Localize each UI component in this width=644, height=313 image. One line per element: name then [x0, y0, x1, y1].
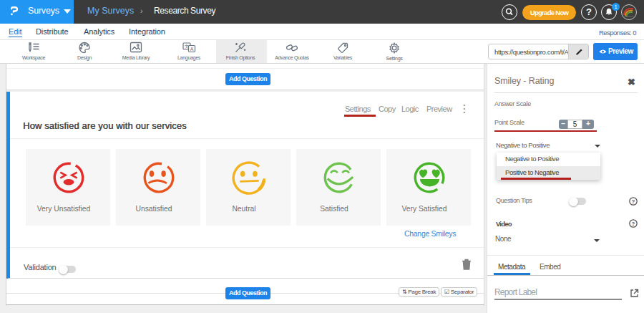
svg-text:文: 文 [184, 44, 189, 49]
svg-text:?: ? [632, 221, 635, 227]
svg-text:A: A [190, 47, 193, 52]
svg-text:?: ? [632, 198, 635, 205]
